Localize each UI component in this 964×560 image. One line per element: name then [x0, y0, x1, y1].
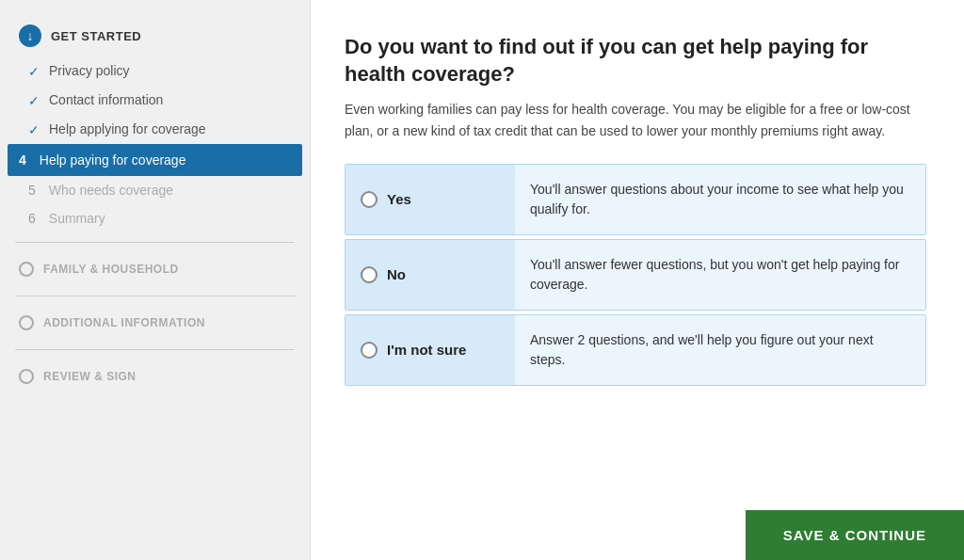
option-yes-left[interactable]: Yes [345, 165, 515, 234]
sidebar-item-summary[interactable]: 6 Summary [0, 204, 310, 232]
option-not-sure-label: I'm not sure [387, 342, 466, 358]
sidebar: ↓ GET STARTED ✓ Privacy policy ✓ Contact… [0, 0, 311, 560]
options-container: Yes You'll answer questions about your i… [345, 164, 926, 386]
group-label: ADDITIONAL INFORMATION [43, 316, 205, 329]
page-description: Even working families can pay less for h… [345, 99, 926, 141]
radio-yes[interactable] [361, 191, 378, 208]
option-yes-description: You'll answer questions about your incom… [515, 165, 925, 234]
option-not-sure-left[interactable]: I'm not sure [345, 315, 515, 385]
sidebar-item-label: Help paying for coverage [40, 152, 186, 168]
sidebar-item-label: Help applying for coverage [49, 121, 206, 136]
sidebar-divider-3 [15, 349, 295, 350]
sidebar-item-help-paying[interactable]: 4 Help paying for coverage [8, 144, 302, 176]
circle-icon [19, 315, 34, 330]
sidebar-item-contact-info[interactable]: ✓ Contact information [0, 86, 310, 115]
circle-icon [19, 262, 34, 277]
group-label: FAMILY & HOUSEHOLD [43, 263, 179, 276]
sidebar-item-help-applying[interactable]: ✓ Help applying for coverage [0, 115, 310, 144]
group-label: REVIEW & SIGN [43, 370, 137, 383]
sidebar-group-additional-info[interactable]: ADDITIONAL INFORMATION [0, 306, 310, 340]
sidebar-divider-1 [15, 242, 295, 243]
sidebar-item-label: Privacy policy [49, 63, 130, 78]
radio-no[interactable] [361, 266, 378, 283]
option-yes-row[interactable]: Yes You'll answer questions about your i… [345, 164, 926, 235]
get-started-label: GET STARTED [51, 29, 141, 43]
option-no-left[interactable]: No [345, 240, 515, 310]
option-yes-label: Yes [387, 191, 411, 207]
sidebar-item-label: Who needs coverage [49, 183, 173, 198]
sidebar-item-label: Contact information [49, 92, 163, 107]
sidebar-divider-2 [15, 296, 295, 296]
sidebar-group-review-sign[interactable]: REVIEW & SIGN [0, 360, 310, 393]
check-icon: ✓ [28, 93, 40, 108]
option-no-label: No [387, 266, 406, 282]
check-icon: ✓ [28, 122, 40, 137]
get-started-icon: ↓ [19, 24, 41, 47]
sidebar-item-who-needs-coverage[interactable]: 5 Who needs coverage [0, 176, 310, 204]
radio-not-sure[interactable] [361, 342, 378, 359]
step-number: 4 [19, 152, 26, 168]
step-number: 5 [28, 183, 36, 198]
page-title: Do you want to find out if you can get h… [345, 34, 926, 88]
sidebar-get-started-header: ↓ GET STARTED [0, 15, 310, 56]
step-number: 6 [28, 211, 36, 226]
check-icon: ✓ [28, 64, 40, 79]
option-not-sure-row[interactable]: I'm not sure Answer 2 questions, and we'… [345, 314, 926, 386]
sidebar-item-label: Summary [49, 211, 105, 226]
option-no-row[interactable]: No You'll answer fewer questions, but yo… [345, 239, 926, 311]
sidebar-group-family-household[interactable]: FAMILY & HOUSEHOLD [0, 252, 310, 286]
save-continue-button[interactable]: SAVE & CONTINUE [746, 510, 964, 560]
circle-icon [19, 369, 34, 384]
option-not-sure-description: Answer 2 questions, and we'll help you f… [515, 315, 925, 385]
main-content: Do you want to find out if you can get h… [311, 0, 964, 560]
sidebar-item-privacy-policy[interactable]: ✓ Privacy policy [0, 56, 310, 86]
option-no-description: You'll answer fewer questions, but you w… [515, 240, 925, 310]
